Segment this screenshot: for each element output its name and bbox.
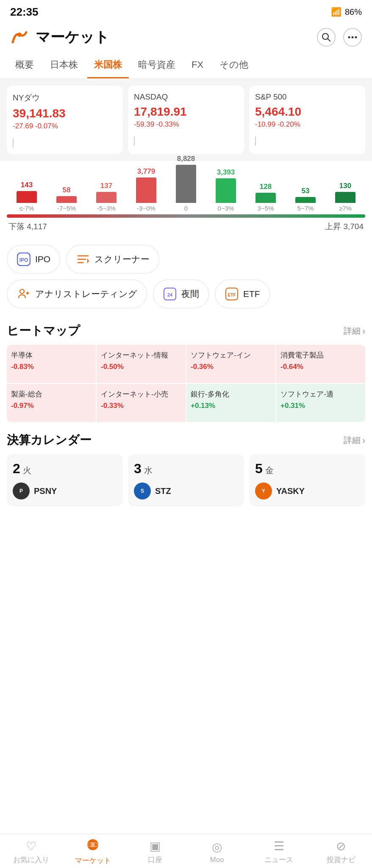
calendar-card-2[interactable]: 5金YYASKY: [249, 454, 365, 506]
heatmap-cell-2[interactable]: ソフトウェア-イン-0.36%: [186, 345, 275, 383]
nav-navi-label: 投資ナビ: [327, 855, 355, 865]
heatmap-cell-1[interactable]: インターネット-情報-0.50%: [97, 345, 186, 383]
heatmap-cell-name-6: 銀行-多角化: [191, 390, 271, 399]
index-value-sp500: 5,464.10: [255, 105, 359, 119]
ipo-button[interactable]: IPO IPO: [7, 245, 60, 274]
cal-stock-item-0-0[interactable]: PPSNY: [13, 483, 117, 499]
heatmap-detail-link[interactable]: 詳細 ›: [344, 325, 365, 337]
heatmap-cell-3[interactable]: 消費電子製品-0.64%: [276, 345, 365, 383]
index-card-nasdaq[interactable]: NASDAQ 17,819.91 -59.39 -0.33%: [128, 86, 244, 154]
tab-overview[interactable]: 概要: [8, 53, 41, 78]
svg-marker-9: [87, 258, 89, 263]
dist-col-0: 143≤-7%: [7, 181, 47, 212]
index-card-dow[interactable]: NYダウ 39,141.83 -27.69 -0.07%: [7, 86, 123, 154]
dist-bar-4: [176, 165, 196, 203]
etf-button[interactable]: ETF ETF: [215, 280, 270, 308]
heatmap-cell-change-3: -0.64%: [280, 363, 361, 371]
dist-count-0: 143: [21, 181, 33, 189]
cal-stock-ticker-0-0: PSNY: [34, 486, 57, 496]
heatmap-cell-change-2: -0.36%: [191, 363, 271, 371]
calendar-detail-link[interactable]: 詳細 ›: [344, 435, 365, 446]
distribution-bars: 143≤-7%58-7~5%137-5~3%3,779-3~0%8,82803,…: [7, 169, 365, 212]
dist-bar-2: [96, 192, 117, 203]
dist-bar-6: [255, 193, 276, 203]
nav-navi[interactable]: ⊘ 投資ナビ: [320, 839, 362, 865]
tab-crypto[interactable]: 暗号資産: [131, 53, 182, 78]
dist-bar-1: [56, 196, 77, 203]
dist-col-5: 3,3930~3%: [206, 168, 246, 212]
dist-count-3: 3,779: [137, 167, 155, 176]
svg-point-0: [8, 26, 31, 48]
nav-account[interactable]: ▣ 口座: [134, 839, 176, 865]
svg-point-4: [348, 36, 350, 39]
more-button[interactable]: [343, 28, 362, 47]
calendar-card-0[interactable]: 2火PPSNY: [7, 454, 123, 506]
dist-col-1: 58-7~5%: [47, 186, 86, 212]
tab-japan[interactable]: 日本株: [43, 53, 85, 78]
night-button[interactable]: 24 夜間: [153, 280, 209, 308]
search-icon: [322, 33, 331, 42]
navi-icon: ⊘: [336, 839, 346, 853]
calendar-card-1[interactable]: 3水SSTZ: [128, 454, 244, 506]
analyst-icon: [17, 287, 31, 301]
index-chart-dow: [13, 135, 117, 147]
cal-header-0: 2火: [13, 461, 117, 477]
dist-label-7: 5~7%: [297, 205, 314, 212]
nav-news[interactable]: ☰ ニュース: [258, 839, 300, 865]
heatmap-cell-change-1: -0.50%: [101, 363, 181, 371]
tab-us[interactable]: 米国株: [87, 53, 129, 78]
tab-fx[interactable]: FX: [185, 53, 210, 78]
heatmap-cell-name-1: インターネット-情報: [101, 351, 181, 360]
calendar-title: 決算カレンダー: [7, 432, 92, 448]
cal-day-1: 3: [134, 461, 142, 477]
dist-col-2: 137-5~3%: [86, 182, 126, 212]
screener-button[interactable]: スクリーナー: [66, 245, 159, 274]
news-icon: ☰: [274, 839, 284, 853]
dist-count-4: 8,828: [177, 155, 195, 163]
cal-stock-logo-0-0: P: [13, 483, 30, 499]
moo-icon: ◎: [212, 840, 222, 854]
network-icon: 📶: [331, 7, 341, 17]
cal-stock-item-1-0[interactable]: SSTZ: [134, 483, 238, 499]
index-change-nasdaq: -59.39 -0.33%: [134, 120, 238, 129]
dist-count-7: 53: [302, 187, 310, 195]
dist-count-8: 130: [339, 182, 351, 190]
svg-text:24: 24: [167, 292, 173, 297]
dist-label-5: 0~3%: [218, 205, 234, 212]
quick-access: IPO IPO スクリーナー: [0, 236, 372, 313]
heatmap-cell-name-7: ソフトウェア-適: [280, 390, 361, 399]
header-left: マーケット: [8, 26, 109, 48]
nav-tabs: 概要 日本株 米国株 暗号資産 FX その他: [0, 53, 372, 79]
index-chart-sp500: [255, 133, 359, 146]
quick-row-1: IPO IPO スクリーナー: [7, 245, 365, 274]
calendar-header: 決算カレンダー 詳細 ›: [7, 432, 365, 448]
nav-moo[interactable]: ◎ Moo: [196, 840, 238, 864]
dist-count-1: 58: [63, 186, 71, 194]
heatmap-cell-5[interactable]: インターネット-小売-0.33%: [97, 384, 186, 422]
tab-other[interactable]: その他: [213, 53, 255, 78]
calendar-section: 決算カレンダー 詳細 › 2火PPSNY3水SSTZ5金YYASKY: [0, 422, 372, 582]
nav-market[interactable]: マーケット: [72, 838, 114, 865]
heatmap-cell-7[interactable]: ソフトウェア-適+0.31%: [276, 384, 365, 422]
index-card-sp500[interactable]: S&P 500 5,464.10 -10.99 -0.20%: [249, 86, 365, 154]
header-icons: [317, 28, 362, 47]
analyst-button[interactable]: アナリストレーティング: [7, 280, 147, 308]
dist-col-6: 1283~5%: [246, 183, 286, 212]
heatmap-cell-0[interactable]: 半導体-0.83%: [7, 345, 96, 383]
dist-label-4: 0: [184, 205, 188, 212]
search-button[interactable]: [317, 28, 336, 47]
heatmap-cell-4[interactable]: 製薬-総合-0.97%: [7, 384, 96, 422]
heatmap-cell-6[interactable]: 銀行-多角化+0.13%: [186, 384, 275, 422]
nav-favorites[interactable]: ♡ お気に入り: [10, 839, 52, 865]
battery-text: 86%: [345, 7, 362, 17]
index-name-sp500: S&P 500: [255, 92, 359, 102]
cal-weekday-1: 水: [144, 465, 153, 476]
app-logo: [8, 26, 31, 48]
svg-point-5: [352, 36, 354, 39]
dist-bar-5: [216, 178, 236, 203]
cal-stock-item-2-0[interactable]: YYASKY: [255, 483, 359, 499]
distribution-summary: 下落 4,117 上昇 3,704: [7, 221, 365, 232]
bottom-nav: ♡ お気に入り マーケット ▣ 口座 ◎ Moo ☰ ニュース ⊘ 投資ナビ: [0, 834, 372, 868]
dist-label-3: -3~0%: [137, 205, 155, 212]
index-name-dow: NYダウ: [13, 92, 117, 103]
